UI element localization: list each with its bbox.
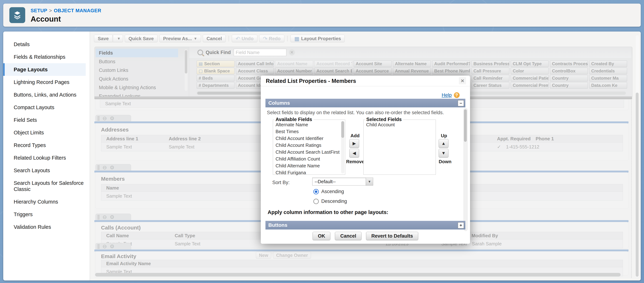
sidebar-item[interactable]: Compact Layouts bbox=[3, 101, 86, 114]
drag-handle-icon[interactable] bbox=[98, 116, 100, 121]
sidebar-item[interactable]: Record Types bbox=[3, 139, 86, 152]
add-field-button[interactable]: ▶ bbox=[349, 139, 359, 148]
field-tile[interactable]: Account Search Bu... bbox=[314, 68, 352, 74]
expand-section-icon[interactable]: + bbox=[458, 222, 464, 228]
descending-radio[interactable]: Descending bbox=[313, 198, 347, 204]
palette-category[interactable]: Mobile & Lightning Actions bbox=[96, 83, 178, 92]
section-properties-wrench-icon[interactable]: ⚙ bbox=[110, 244, 114, 249]
categories-scrollbar[interactable] bbox=[184, 49, 188, 91]
breadcrumb-object-manager-link[interactable]: OBJECT MANAGER bbox=[54, 8, 102, 13]
field-tile[interactable]: Account Class bbox=[236, 68, 274, 74]
sidebar-item[interactable]: Related Lookup Filters bbox=[3, 152, 86, 164]
sidebar-item[interactable]: Page Layouts bbox=[3, 63, 86, 76]
field-tile[interactable]: Career Status bbox=[472, 82, 509, 89]
field-tile[interactable]: Account Number bbox=[275, 68, 313, 74]
palette-category[interactable]: Custom Links bbox=[96, 66, 178, 74]
remove-field-button[interactable]: ◀ bbox=[349, 149, 359, 158]
section-properties-wrench-icon[interactable]: ⚙ bbox=[110, 214, 114, 220]
dialog-scrollbar[interactable] bbox=[464, 108, 468, 231]
help-link[interactable]: Help bbox=[442, 92, 452, 98]
palette-category[interactable]: Buttons bbox=[96, 57, 178, 66]
field-tile[interactable]: Created By bbox=[589, 60, 627, 67]
field-tile[interactable]: Call Reminder bbox=[472, 75, 509, 82]
list-item[interactable]: Child Furigana bbox=[273, 169, 340, 176]
list-item[interactable]: Child Affiliation Count bbox=[273, 156, 340, 162]
field-tile[interactable]: Commercial Premiu... bbox=[511, 82, 548, 89]
sidebar-item[interactable]: Validation Rules bbox=[3, 221, 86, 233]
sidebar-item[interactable]: Search Layouts bbox=[3, 164, 86, 177]
list-item[interactable]: Child Account Search LastFirst bbox=[273, 148, 340, 156]
field-tile[interactable]: Commercial Patien... bbox=[511, 75, 548, 82]
remove-section-icon[interactable]: ⊖ bbox=[102, 116, 107, 121]
buttons-section-header[interactable]: Buttons + bbox=[266, 221, 465, 230]
list-item[interactable]: Best Times bbox=[273, 128, 340, 135]
drag-handle-icon[interactable] bbox=[98, 165, 100, 170]
cancel-button[interactable]: Cancel bbox=[203, 35, 226, 42]
close-icon[interactable]: × bbox=[459, 77, 466, 84]
remove-section-icon[interactable]: ⊖ bbox=[102, 244, 107, 249]
field-tile[interactable]: Best Phone Number bbox=[432, 68, 470, 74]
related-list-button[interactable]: New bbox=[256, 252, 271, 259]
remove-section-icon[interactable]: ⊖ bbox=[102, 165, 107, 170]
field-tile[interactable]: Country bbox=[550, 82, 588, 89]
quick-save-button[interactable]: Quick Save bbox=[125, 35, 158, 42]
drag-handle-icon[interactable] bbox=[98, 244, 100, 249]
sidebar-item[interactable]: Fields & Relationships bbox=[3, 50, 86, 63]
related-list-button[interactable]: Change Owner bbox=[273, 252, 311, 259]
section-properties-wrench-icon[interactable]: ⚙ bbox=[110, 165, 114, 170]
list-item[interactable]: Child Alternate Name bbox=[273, 162, 340, 169]
collapse-section-icon[interactable]: − bbox=[458, 100, 464, 106]
field-tile[interactable]: Call Pressure bbox=[472, 68, 509, 74]
calls-section-handle[interactable]: ⊖ ⚙ bbox=[96, 214, 131, 220]
field-tile[interactable]: CLM Opt Type bbox=[511, 60, 548, 67]
list-item[interactable]: Child Account Ratings bbox=[273, 142, 340, 148]
field-tile[interactable]: ControlBox bbox=[550, 68, 588, 74]
sidebar-item[interactable]: Object Limits bbox=[3, 126, 86, 139]
field-tile[interactable]: Contracts Process bbox=[550, 60, 588, 67]
sidebar-item[interactable]: Lightning Record Pages bbox=[3, 76, 86, 88]
sidebar-item[interactable]: Field Sets bbox=[3, 114, 86, 126]
ok-button[interactable]: OK bbox=[313, 232, 330, 240]
field-tile[interactable]: # Departments bbox=[197, 82, 234, 89]
sidebar-item[interactable]: Triggers bbox=[3, 208, 86, 221]
layout-properties-button[interactable]: ▦Layout Properties bbox=[290, 35, 345, 42]
field-tile[interactable]: Data.com Ke bbox=[589, 82, 627, 89]
field-tile[interactable]: # Beds bbox=[197, 75, 234, 82]
quick-find-input[interactable] bbox=[234, 49, 286, 56]
available-fields-listbox[interactable]: Alternate NameBest TimesChild Account Id… bbox=[273, 120, 345, 175]
palette-category[interactable]: Fields bbox=[96, 49, 178, 57]
select-dropdown-icon[interactable]: ▾ bbox=[366, 178, 373, 186]
clear-search-icon[interactable]: ✕ bbox=[289, 49, 295, 56]
ascending-radio[interactable]: Ascending bbox=[313, 189, 344, 194]
field-tile[interactable]: Credentials bbox=[589, 68, 627, 74]
columns-section-header[interactable]: Columns − bbox=[266, 99, 465, 107]
sidebar-item[interactable]: Buttons, Links, and Actions bbox=[3, 88, 86, 101]
section-properties-wrench-icon[interactable]: ⚙ bbox=[110, 116, 114, 121]
listbox-scrollbar[interactable] bbox=[341, 121, 344, 174]
field-tile[interactable]: Account Source bbox=[354, 68, 392, 74]
field-tile[interactable]: Audit Performed? bbox=[432, 60, 470, 67]
selected-fields-listbox[interactable]: Child Account bbox=[364, 120, 436, 175]
sidebar-item[interactable]: Hierarchy Columns bbox=[3, 196, 86, 208]
help-question-icon[interactable]: ? bbox=[454, 92, 460, 98]
save-dropdown-button[interactable]: ▼ bbox=[113, 35, 123, 42]
addresses-section-handle[interactable]: ⊖ ⚙ bbox=[96, 115, 131, 122]
save-button[interactable]: Save bbox=[94, 35, 112, 42]
sort-by-select[interactable]: --Default-- bbox=[312, 178, 366, 186]
field-tile[interactable]: Country bbox=[550, 75, 588, 82]
field-tile[interactable]: Account Site bbox=[354, 60, 392, 67]
palette-category[interactable]: Quick Actions bbox=[96, 74, 178, 83]
email-activity-section-handle[interactable]: ⊖ ⚙ bbox=[96, 243, 131, 250]
field-tile[interactable]: Alternate Name bbox=[393, 60, 431, 67]
sidebar-item[interactable]: Search Layouts for Salesforce Classic bbox=[3, 177, 86, 196]
canvas-horizontal-scrollbar[interactable] bbox=[95, 273, 620, 276]
undo-button[interactable]: ↶Undo bbox=[232, 35, 257, 42]
move-up-button[interactable]: ▲ bbox=[439, 139, 448, 148]
preview-as-button[interactable]: Preview As...▼ bbox=[160, 35, 201, 42]
remove-section-icon[interactable]: ⊖ bbox=[102, 214, 107, 220]
drag-handle-icon[interactable] bbox=[98, 215, 100, 220]
members-section-handle[interactable]: ⊖ ⚙ bbox=[96, 164, 131, 171]
revert-to-defaults-button[interactable]: Revert to Defaults bbox=[366, 232, 418, 240]
field-tile[interactable]: Business Professi... bbox=[472, 60, 509, 67]
breadcrumb-setup-link[interactable]: SETUP bbox=[30, 8, 47, 13]
